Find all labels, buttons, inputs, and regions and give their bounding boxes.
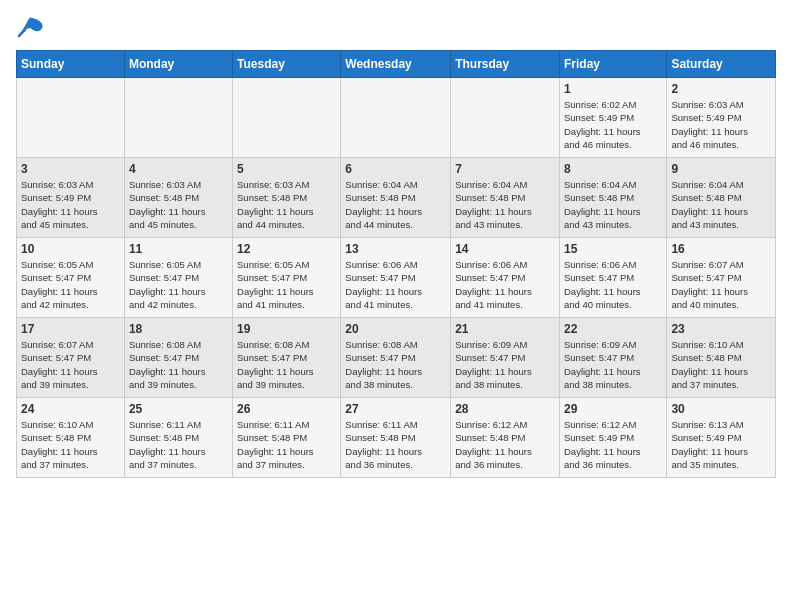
calendar-cell <box>451 78 560 158</box>
day-number: 26 <box>237 402 336 416</box>
calendar-cell: 24Sunrise: 6:10 AM Sunset: 5:48 PM Dayli… <box>17 398 125 478</box>
calendar-cell <box>341 78 451 158</box>
calendar-week-row: 1Sunrise: 6:02 AM Sunset: 5:49 PM Daylig… <box>17 78 776 158</box>
day-number: 15 <box>564 242 662 256</box>
calendar-cell: 5Sunrise: 6:03 AM Sunset: 5:48 PM Daylig… <box>233 158 341 238</box>
day-info: Sunrise: 6:04 AM Sunset: 5:48 PM Dayligh… <box>345 178 446 231</box>
calendar-cell: 28Sunrise: 6:12 AM Sunset: 5:48 PM Dayli… <box>451 398 560 478</box>
calendar-cell <box>17 78 125 158</box>
day-info: Sunrise: 6:06 AM Sunset: 5:47 PM Dayligh… <box>564 258 662 311</box>
day-number: 29 <box>564 402 662 416</box>
logo <box>16 16 48 40</box>
calendar-cell: 7Sunrise: 6:04 AM Sunset: 5:48 PM Daylig… <box>451 158 560 238</box>
day-number: 23 <box>671 322 771 336</box>
calendar-cell: 21Sunrise: 6:09 AM Sunset: 5:47 PM Dayli… <box>451 318 560 398</box>
calendar-cell: 27Sunrise: 6:11 AM Sunset: 5:48 PM Dayli… <box>341 398 451 478</box>
day-info: Sunrise: 6:06 AM Sunset: 5:47 PM Dayligh… <box>455 258 555 311</box>
day-number: 28 <box>455 402 555 416</box>
calendar-cell: 9Sunrise: 6:04 AM Sunset: 5:48 PM Daylig… <box>667 158 776 238</box>
day-header-monday: Monday <box>124 51 232 78</box>
calendar-cell: 10Sunrise: 6:05 AM Sunset: 5:47 PM Dayli… <box>17 238 125 318</box>
calendar-cell <box>124 78 232 158</box>
calendar-cell: 19Sunrise: 6:08 AM Sunset: 5:47 PM Dayli… <box>233 318 341 398</box>
day-number: 18 <box>129 322 228 336</box>
calendar-cell: 20Sunrise: 6:08 AM Sunset: 5:47 PM Dayli… <box>341 318 451 398</box>
calendar-cell: 11Sunrise: 6:05 AM Sunset: 5:47 PM Dayli… <box>124 238 232 318</box>
calendar-table: SundayMondayTuesdayWednesdayThursdayFrid… <box>16 50 776 478</box>
day-number: 21 <box>455 322 555 336</box>
day-info: Sunrise: 6:11 AM Sunset: 5:48 PM Dayligh… <box>129 418 228 471</box>
day-header-saturday: Saturday <box>667 51 776 78</box>
calendar-cell: 8Sunrise: 6:04 AM Sunset: 5:48 PM Daylig… <box>559 158 666 238</box>
calendar-cell: 4Sunrise: 6:03 AM Sunset: 5:48 PM Daylig… <box>124 158 232 238</box>
day-number: 27 <box>345 402 446 416</box>
calendar-cell: 15Sunrise: 6:06 AM Sunset: 5:47 PM Dayli… <box>559 238 666 318</box>
calendar-cell: 29Sunrise: 6:12 AM Sunset: 5:49 PM Dayli… <box>559 398 666 478</box>
calendar-week-row: 17Sunrise: 6:07 AM Sunset: 5:47 PM Dayli… <box>17 318 776 398</box>
day-info: Sunrise: 6:05 AM Sunset: 5:47 PM Dayligh… <box>129 258 228 311</box>
calendar-cell: 26Sunrise: 6:11 AM Sunset: 5:48 PM Dayli… <box>233 398 341 478</box>
day-header-tuesday: Tuesday <box>233 51 341 78</box>
day-info: Sunrise: 6:04 AM Sunset: 5:48 PM Dayligh… <box>455 178 555 231</box>
day-number: 17 <box>21 322 120 336</box>
day-info: Sunrise: 6:12 AM Sunset: 5:49 PM Dayligh… <box>564 418 662 471</box>
calendar-cell <box>233 78 341 158</box>
day-info: Sunrise: 6:09 AM Sunset: 5:47 PM Dayligh… <box>564 338 662 391</box>
day-info: Sunrise: 6:03 AM Sunset: 5:49 PM Dayligh… <box>21 178 120 231</box>
day-number: 7 <box>455 162 555 176</box>
calendar-header-row: SundayMondayTuesdayWednesdayThursdayFrid… <box>17 51 776 78</box>
calendar-cell: 25Sunrise: 6:11 AM Sunset: 5:48 PM Dayli… <box>124 398 232 478</box>
day-info: Sunrise: 6:13 AM Sunset: 5:49 PM Dayligh… <box>671 418 771 471</box>
day-info: Sunrise: 6:04 AM Sunset: 5:48 PM Dayligh… <box>671 178 771 231</box>
day-number: 4 <box>129 162 228 176</box>
day-info: Sunrise: 6:07 AM Sunset: 5:47 PM Dayligh… <box>671 258 771 311</box>
day-number: 10 <box>21 242 120 256</box>
day-info: Sunrise: 6:06 AM Sunset: 5:47 PM Dayligh… <box>345 258 446 311</box>
day-number: 8 <box>564 162 662 176</box>
day-info: Sunrise: 6:08 AM Sunset: 5:47 PM Dayligh… <box>129 338 228 391</box>
day-number: 22 <box>564 322 662 336</box>
day-header-sunday: Sunday <box>17 51 125 78</box>
day-number: 19 <box>237 322 336 336</box>
day-number: 9 <box>671 162 771 176</box>
calendar-cell: 3Sunrise: 6:03 AM Sunset: 5:49 PM Daylig… <box>17 158 125 238</box>
calendar-cell: 30Sunrise: 6:13 AM Sunset: 5:49 PM Dayli… <box>667 398 776 478</box>
day-info: Sunrise: 6:03 AM Sunset: 5:48 PM Dayligh… <box>237 178 336 231</box>
day-info: Sunrise: 6:07 AM Sunset: 5:47 PM Dayligh… <box>21 338 120 391</box>
calendar-cell: 6Sunrise: 6:04 AM Sunset: 5:48 PM Daylig… <box>341 158 451 238</box>
day-number: 20 <box>345 322 446 336</box>
calendar-week-row: 3Sunrise: 6:03 AM Sunset: 5:49 PM Daylig… <box>17 158 776 238</box>
page-header <box>16 16 776 40</box>
logo-icon <box>16 16 44 40</box>
day-info: Sunrise: 6:04 AM Sunset: 5:48 PM Dayligh… <box>564 178 662 231</box>
day-info: Sunrise: 6:11 AM Sunset: 5:48 PM Dayligh… <box>345 418 446 471</box>
day-header-thursday: Thursday <box>451 51 560 78</box>
day-number: 16 <box>671 242 771 256</box>
calendar-cell: 18Sunrise: 6:08 AM Sunset: 5:47 PM Dayli… <box>124 318 232 398</box>
calendar-week-row: 10Sunrise: 6:05 AM Sunset: 5:47 PM Dayli… <box>17 238 776 318</box>
day-info: Sunrise: 6:12 AM Sunset: 5:48 PM Dayligh… <box>455 418 555 471</box>
day-info: Sunrise: 6:10 AM Sunset: 5:48 PM Dayligh… <box>21 418 120 471</box>
calendar-cell: 22Sunrise: 6:09 AM Sunset: 5:47 PM Dayli… <box>559 318 666 398</box>
calendar-cell: 2Sunrise: 6:03 AM Sunset: 5:49 PM Daylig… <box>667 78 776 158</box>
day-number: 5 <box>237 162 336 176</box>
day-header-friday: Friday <box>559 51 666 78</box>
calendar-cell: 14Sunrise: 6:06 AM Sunset: 5:47 PM Dayli… <box>451 238 560 318</box>
day-number: 6 <box>345 162 446 176</box>
day-number: 12 <box>237 242 336 256</box>
day-number: 25 <box>129 402 228 416</box>
day-number: 24 <box>21 402 120 416</box>
calendar-cell: 17Sunrise: 6:07 AM Sunset: 5:47 PM Dayli… <box>17 318 125 398</box>
calendar-cell: 1Sunrise: 6:02 AM Sunset: 5:49 PM Daylig… <box>559 78 666 158</box>
calendar-cell: 12Sunrise: 6:05 AM Sunset: 5:47 PM Dayli… <box>233 238 341 318</box>
day-number: 14 <box>455 242 555 256</box>
calendar-cell: 16Sunrise: 6:07 AM Sunset: 5:47 PM Dayli… <box>667 238 776 318</box>
day-info: Sunrise: 6:03 AM Sunset: 5:48 PM Dayligh… <box>129 178 228 231</box>
day-info: Sunrise: 6:05 AM Sunset: 5:47 PM Dayligh… <box>21 258 120 311</box>
calendar-cell: 13Sunrise: 6:06 AM Sunset: 5:47 PM Dayli… <box>341 238 451 318</box>
day-info: Sunrise: 6:05 AM Sunset: 5:47 PM Dayligh… <box>237 258 336 311</box>
day-number: 30 <box>671 402 771 416</box>
day-info: Sunrise: 6:11 AM Sunset: 5:48 PM Dayligh… <box>237 418 336 471</box>
calendar-cell: 23Sunrise: 6:10 AM Sunset: 5:48 PM Dayli… <box>667 318 776 398</box>
day-info: Sunrise: 6:03 AM Sunset: 5:49 PM Dayligh… <box>671 98 771 151</box>
